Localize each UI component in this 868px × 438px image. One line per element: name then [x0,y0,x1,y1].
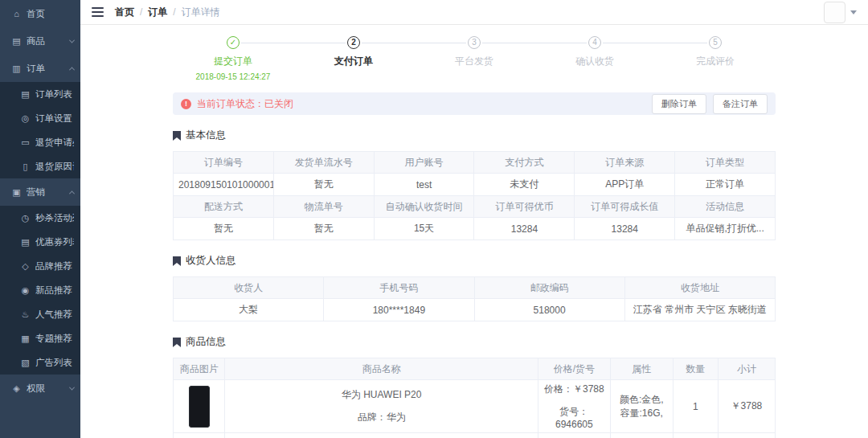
sidebar-item-popularity[interactable]: ♨人气推荐 [0,302,80,326]
table-cell: 180****1849 [324,299,474,321]
table-cell: 暂无 [273,174,374,196]
product-price-cell: 价格：￥3788货号：6946605 [538,380,610,433]
column-header: 物流单号 [273,196,374,218]
sidebar-item-permission[interactable]: ◈权限 [0,375,80,402]
column-header: 属性 [610,358,673,380]
product-qty-cell: 1 [673,380,718,433]
sidebar-item-flash-sale[interactable]: ◷秒杀活动列表 [0,206,80,230]
product-name-cell: 小米8 [225,433,538,438]
table-cell: 正常订单 [675,174,776,196]
sidebar-item-return-reason[interactable]: ▯退货原因设置 [0,154,80,178]
table-row: 大梨180****1849518000江苏省 常州市 天宁区 东晓街道 [174,299,776,321]
table-cell: 13284 [575,218,675,240]
return-request-icon: ▭ [19,137,31,148]
table-row: 订单编号发货单流水号用户账号支付方式订单来源订单类型 [174,152,776,174]
step-date: 2018-09-15 12:24:27 [173,72,293,81]
step-4: 4确认收货 [534,36,655,68]
breadcrumb-separator: / [140,6,142,18]
huawei-p20-phone [189,386,210,428]
bookmark-icon [173,131,181,141]
sidebar-item-label: 人气推荐 [35,309,72,321]
breadcrumb-current: 订单详情 [182,6,220,19]
chevron-down-icon [69,384,75,390]
sidebar-item-label: 权限 [27,383,45,395]
column-header: 订单可得成长值 [575,196,675,218]
product-image-cell [174,433,225,438]
delete-order-button[interactable]: 删除订单 [652,94,706,114]
receiver-info-section-title: 收货人信息 [173,254,776,268]
chevron-down-icon[interactable] [850,10,857,14]
topbar-right [824,2,857,23]
table-cell: 江苏省 常州市 天宁区 东晓街道 [624,299,775,321]
step-label: 完成评价 [655,55,776,68]
step-label: 支付订单 [293,55,414,68]
sidebar-item-topic[interactable]: ▦专题推荐 [0,326,80,350]
sidebar-item-label: 新品推荐 [35,284,72,297]
column-header: 收货人 [174,277,324,299]
product-subtotal-cell: ￥8097 [718,433,775,438]
sidebar-item-label: 订单设置 [35,113,72,125]
sidebar-item-order-settings[interactable]: ◎订单设置 [0,106,80,130]
column-header: 订单可得优币 [474,196,575,218]
bookmark-icon [173,338,181,347]
sidebar-item-ad-list[interactable]: ▧广告列表 [0,350,80,375]
column-header: 价格/货号 [538,358,610,380]
column-header: 手机号码 [324,277,474,299]
sidebar-item-home[interactable]: ⌂首页 [0,0,80,27]
sidebar-item-label: 退货申请处理 [35,137,74,149]
sidebar-item-brand[interactable]: ◇品牌推荐 [0,254,80,278]
return-reason-icon: ▯ [19,162,31,172]
breadcrumb-orders[interactable]: 订单 [148,6,167,19]
column-header: 订单编号 [174,152,274,174]
permission-icon: ◈ [10,383,23,394]
sidebar-item-label: 广告列表 [35,357,72,369]
chevron-up-icon [69,190,75,196]
step-5: 5完成评价 [655,36,776,68]
flash-sale-icon: ◷ [19,213,31,223]
hamburger-icon[interactable] [92,7,104,17]
sidebar-item-coupon[interactable]: ▤优惠券列表 [0,230,80,254]
column-header: 自动确认收货时间 [374,196,474,218]
sidebar-item-label: 专题推荐 [35,333,72,345]
sidebar-item-label: 订单 [27,63,45,75]
step-label: 提交订单 [173,55,293,68]
chevron-up-icon [69,67,75,72]
sidebar-item-return-request[interactable]: ▭退货申请处理 [0,130,80,154]
product-price-cell: 价格：￥2699 [538,433,610,438]
goods-icon: ▤ [10,36,23,47]
column-header: 支付方式 [474,152,575,174]
sidebar-item-new-product[interactable]: ◉新品推荐 [0,278,80,302]
sidebar-item-order-list[interactable]: ▤订单列表 [0,82,80,106]
basic-info-body: 订单编号发货单流水号用户账号支付方式订单来源订单类型20180915010100… [174,152,776,240]
sidebar-item-marketing[interactable]: ▣营销 [0,178,80,206]
breadcrumb: 首页 / 订单 / 订单详情 [115,6,220,19]
order-status-text: 当前订单状态：已关闭 [197,97,293,111]
breadcrumb-home[interactable]: 首页 [115,6,134,19]
table-cell: 单品促销,打折优... [675,218,776,240]
product-info-section-title: 商品信息 [173,335,776,349]
table-cell: 518000 [474,299,624,321]
product-price-line: 货号：6946605 [543,405,605,430]
table-cell: APP订单 [575,174,675,196]
note-order-button[interactable]: 备注订单 [713,94,768,114]
avatar[interactable] [824,2,845,23]
order-status-alert: ! 当前订单状态：已关闭 删除订单 备注订单 [173,92,776,115]
product-info-body: 商品图片商品名称价格/货号属性数量小计华为 HUAWEI P20品牌：华为价格：… [174,358,776,438]
product-name-cell: 华为 HUAWEI P20品牌：华为 [225,380,538,433]
bookmark-icon [173,256,181,266]
new-product-icon: ◉ [19,285,31,296]
column-header: 订单类型 [675,152,776,174]
basic-info-section-title: 基本信息 [173,129,776,142]
step-circle: 2 [347,36,360,49]
order-progress-stepper: ✓提交订单2018-09-15 12:24:272支付订单3平台发货4确认收货5… [173,36,776,88]
product-subtotal-cell: ￥3788 [718,380,775,433]
coupon-icon: ▤ [19,237,31,248]
sidebar-item-goods[interactable]: ▤商品 [0,27,80,55]
column-header: 订单来源 [575,152,675,174]
sidebar-item-order[interactable]: ▥订单 [0,55,80,82]
sidebar-item-label: 商品 [27,35,45,47]
table-row: 201809150101000001暂无test未支付APP订单正常订单 [174,174,776,196]
home-icon: ⌂ [10,9,23,18]
column-header: 商品图片 [174,358,225,380]
step-label: 确认收货 [534,55,655,68]
